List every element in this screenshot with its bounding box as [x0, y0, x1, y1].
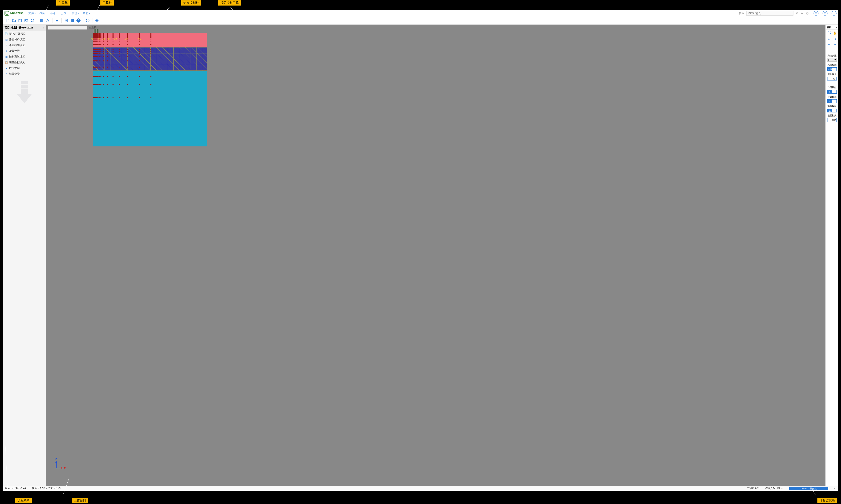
- svg-point-7: [73, 19, 74, 20]
- cmd-run-icon[interactable]: ▶: [800, 11, 804, 15]
- app-window: Mdetec 文件▼ 界面▼ 命令▼ 分享▼ 管理▼ 帮助▼ 指令: ✕ ▶ ▢: [3, 10, 838, 491]
- tb-solve-icon[interactable]: 5: [76, 18, 81, 23]
- menu-manage[interactable]: 管理▼: [70, 12, 81, 15]
- annot-work: 工作窗口: [72, 498, 88, 503]
- svg-point-12: [72, 21, 72, 22]
- status-coord: 坐标 r:-0.38 z:-1.44: [5, 487, 26, 490]
- status-bar: 坐标 r:-0.38 z:-1.44 视角: x:2.96 y:-2.96 z:…: [3, 486, 838, 491]
- fit-icon[interactable]: ⛶: [827, 31, 831, 35]
- origin-label: 原点显示: [827, 63, 837, 66]
- params-label: 操控参数: [827, 54, 837, 57]
- power-icon[interactable]: [831, 11, 837, 16]
- structure-icon: ∧: [5, 44, 8, 47]
- logo-icon: [4, 11, 9, 16]
- menu-file[interactable]: 文件▼: [27, 12, 38, 15]
- svg-point-6: [72, 19, 72, 20]
- material-icon: ▥: [5, 38, 8, 41]
- geom-toggle[interactable]: 是: [827, 90, 837, 94]
- user-icon[interactable]: [813, 11, 819, 16]
- menu-interface[interactable]: 界面▼: [38, 12, 49, 15]
- disc-toggle[interactable]: 是: [827, 109, 837, 112]
- svg-point-11: [71, 21, 71, 22]
- svg-point-10: [73, 20, 74, 21]
- tb-download-icon[interactable]: [54, 18, 60, 23]
- origin-toggle[interactable]: 显示: [827, 67, 837, 71]
- annot-viewtools: 视图控制工具: [218, 0, 241, 5]
- work-canvas[interactable]: 企业版 G1 G2 G3 G4 G5 G6 G7 Z R: [46, 24, 825, 486]
- grid-icon: ▦: [5, 55, 8, 58]
- tb-sep: [83, 18, 83, 23]
- tb-new-icon[interactable]: [5, 18, 11, 23]
- scroll-label: 滚动放大: [827, 73, 837, 76]
- zoom-out-icon[interactable]: ⊖: [827, 36, 831, 41]
- sidebar-title: 项目:批量计算08042023 ‹: [3, 24, 46, 31]
- annot-toolbar: 工具栏: [101, 0, 114, 5]
- sidebar-item-discrete[interactable]: ▦结构离散计算: [3, 54, 46, 59]
- arrow-down-icon[interactable]: ↓: [827, 48, 831, 52]
- menubar: Mdetec 文件▼ 界面▼ 命令▼ 分享▼ 管理▼ 帮助▼ 指令: ✕ ▶ ▢: [3, 10, 838, 16]
- tb-refresh-icon[interactable]: [30, 18, 35, 23]
- menu-share[interactable]: 分享▼: [59, 12, 70, 15]
- sidebar-collapse-icon[interactable]: ‹: [43, 26, 44, 29]
- model-view: G1 G2 G3 G4 G5 G6 G7: [93, 33, 207, 146]
- tb-material-icon[interactable]: [39, 18, 45, 23]
- tb-structure-icon[interactable]: [45, 18, 51, 23]
- logo-text: Mdetec: [10, 11, 23, 15]
- view-panel-title: 视图›: [826, 25, 838, 30]
- sidebar: 项目:批量计算08042023 ‹ 📄新增/打开项目 ▥路面材料设置 ∧路面结构…: [3, 24, 46, 486]
- svg-point-3: [25, 20, 27, 21]
- result-icon: ✓: [5, 72, 8, 75]
- tb-save-icon[interactable]: [17, 18, 23, 23]
- svg-point-14: [86, 19, 89, 22]
- pan-icon[interactable]: ✋: [833, 31, 837, 35]
- menu-help[interactable]: 帮助▼: [81, 12, 92, 15]
- tb-list-icon[interactable]: [63, 18, 69, 23]
- sidebar-item-result[interactable]: ✓结果查看: [3, 71, 46, 77]
- sidebar-item-load[interactable]: ↓荷载设置: [3, 48, 46, 54]
- tb-sep: [92, 18, 92, 23]
- params-select[interactable]: 5: [827, 58, 837, 62]
- sidebar-item-material[interactable]: ▥路面材料设置: [3, 37, 46, 42]
- geom-label: 几何模型: [827, 86, 837, 89]
- svg-rect-17: [21, 85, 28, 88]
- svg-point-0: [816, 12, 817, 13]
- svg-rect-18: [21, 89, 28, 94]
- panel-expand-icon[interactable]: ›: [836, 26, 837, 29]
- status-online: 在线人数: 1/1 人: [765, 487, 783, 490]
- load-label: 荷载指示: [827, 95, 837, 98]
- bell-icon[interactable]: [823, 11, 827, 16]
- cmd-input[interactable]: [746, 11, 793, 16]
- arrow-left-icon[interactable]: ←: [827, 42, 831, 47]
- tb-open-icon[interactable]: [11, 18, 17, 23]
- flow-arrow-icon: [15, 81, 34, 106]
- zoom-in-icon[interactable]: ⊕: [833, 36, 837, 41]
- menu-command[interactable]: 命令▼: [49, 12, 59, 15]
- tb-camera-icon[interactable]: [23, 18, 29, 23]
- status-nodes: 节点数:638: [747, 487, 759, 490]
- tb-grid-icon[interactable]: [69, 18, 75, 23]
- tb-sep: [62, 18, 62, 23]
- svg-point-5: [71, 19, 71, 20]
- svg-marker-19: [17, 94, 32, 104]
- measure-icon: 📋: [5, 61, 8, 64]
- load-toggle[interactable]: 是: [827, 99, 837, 103]
- layer-2: [93, 47, 207, 71]
- sidebar-item-measure[interactable]: 📋测量数据录入: [3, 59, 46, 65]
- tb-check-icon[interactable]: [85, 18, 91, 23]
- svg-point-9: [72, 20, 72, 21]
- arrow-up-icon[interactable]: ↑: [833, 48, 837, 52]
- annot-progress: 计算进度条: [818, 498, 837, 503]
- sidebar-item-solve[interactable]: ●数值求解: [3, 65, 46, 71]
- scroll-toggle[interactable]: 否: [827, 77, 837, 80]
- toolbar: 5: [3, 16, 838, 24]
- status-indicator-icon: [835, 488, 836, 489]
- sidebar-item-new[interactable]: 📄新增/打开项目: [3, 31, 46, 37]
- cmd-clear-icon[interactable]: ✕: [795, 11, 799, 15]
- logo: Mdetec: [4, 11, 23, 16]
- sidebar-item-structure[interactable]: ∧路面结构设置: [3, 42, 46, 48]
- tb-globe-icon[interactable]: [94, 18, 100, 23]
- svg-rect-16: [21, 81, 28, 84]
- switch-toggle[interactable]: 单图: [827, 118, 837, 122]
- arrow-right-icon[interactable]: →: [833, 42, 837, 47]
- cmd-window-icon[interactable]: ▢: [805, 11, 809, 15]
